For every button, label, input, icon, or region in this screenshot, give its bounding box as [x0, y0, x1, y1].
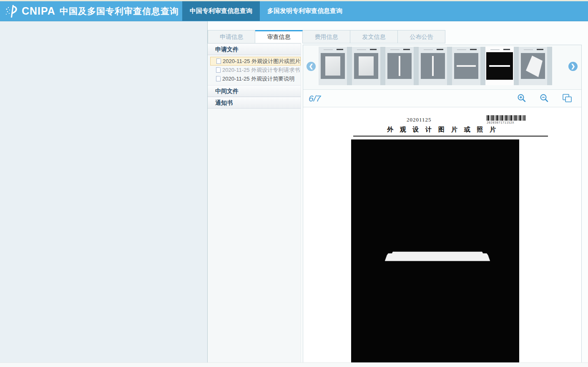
file-item-design-brief[interactable]: 2020-11-25 外观设计简要说明 [210, 74, 301, 83]
thumbnail-page-7[interactable] [519, 47, 552, 85]
thumbnail-strip: ❮ ❯ [303, 45, 581, 90]
page-indicator: 6/7 [303, 94, 321, 104]
document-title: 外 观 设 计 图 片 或 照 片 [303, 126, 581, 134]
thumbnails-next-button[interactable]: ❯ [568, 62, 578, 71]
thumbnail-page-6-current[interactable] [485, 47, 519, 85]
brand-title: 中国及多国专利审查信息查询 [60, 5, 179, 17]
document-page[interactable]: 20201125 2020307171152X 外 观 设 计 图 片 或 照 … [303, 107, 581, 364]
tab-issued-docs-info[interactable]: 发文信息 [350, 30, 398, 43]
tab-examination-info[interactable]: 审查信息 [255, 30, 303, 43]
top-nav-multi-country[interactable]: 多国发明专利审查信息查询 [260, 1, 350, 21]
document-icon [216, 58, 221, 64]
section-application-files[interactable]: 申请文件 [208, 43, 301, 55]
brand-name: CNIPA [22, 5, 55, 17]
file-item-label: 2020-11-25 外观设计图片或照片 [223, 58, 300, 65]
document-icon [216, 67, 221, 73]
thumbnails-prev-button[interactable]: ❮ [307, 62, 316, 71]
content-wrapper: 申请信息 审查信息 费用信息 发文信息 公布公告 申请文件 2020-11-25… [207, 21, 588, 367]
viewer-tools [517, 94, 572, 103]
app-header: CNIPA 中国及多国专利审查信息查询 中国专利审查信息查询 多国发明专利审查信… [0, 1, 588, 21]
viewer-toolbar: 6/7 [303, 90, 581, 107]
document-viewer: ❮ ❯ 6/7 [303, 45, 582, 362]
file-tree-panel: 申请文件 2020-11-25 外观设计图片或照片 2020-11-25 外观设… [208, 43, 301, 362]
section-notifications[interactable]: 通知书 [208, 97, 301, 109]
file-item-design-images[interactable]: 2020-11-25 外观设计图片或照片 [210, 57, 301, 66]
thumbnail-page-3[interactable] [385, 47, 419, 85]
application-files-tree: 2020-11-25 外观设计图片或照片 2020-11-25 外观设计专利请求… [208, 55, 301, 85]
thumbnail-rail [319, 47, 564, 88]
thumbnail-page-4[interactable] [419, 47, 452, 85]
multi-page-view-icon[interactable] [562, 94, 572, 103]
file-item-label: 2020-11-25 外观设计专利请求书 [222, 66, 300, 74]
thumbnail-page-1[interactable] [319, 47, 352, 85]
zoom-in-icon[interactable] [517, 94, 526, 103]
cnipa-logo-icon [5, 4, 19, 19]
file-item-design-request[interactable]: 2020-11-25 外观设计专利请求书 [210, 66, 301, 74]
tab-publication-info[interactable]: 公布公告 [398, 30, 445, 43]
info-tabbar: 申请信息 审查信息 费用信息 发文信息 公布公告 [208, 30, 445, 43]
thumbnail-page-5[interactable] [452, 47, 485, 85]
document-date: 20201125 [407, 116, 432, 123]
barcode-number: 2020307171152X [487, 121, 514, 124]
brand: CNIPA 中国及多国专利审查信息查询 [0, 1, 179, 21]
horizontal-scrollbar-track[interactable] [0, 362, 588, 367]
title-divider [353, 136, 548, 137]
design-object-bar [385, 251, 490, 261]
design-photo-black [351, 139, 519, 364]
zoom-out-icon[interactable] [540, 94, 549, 103]
barcode [487, 115, 525, 121]
section-intermediate-files[interactable]: 中间文件 [208, 85, 301, 97]
document-icon [216, 76, 221, 81]
top-nav: 中国专利审查信息查询 多国发明专利审查信息查询 [182, 1, 350, 21]
tab-fee-info[interactable]: 费用信息 [303, 30, 350, 43]
tab-application-info[interactable]: 申请信息 [208, 30, 255, 43]
top-nav-china-patent[interactable]: 中国专利审查信息查询 [182, 1, 260, 21]
file-item-label: 2020-11-25 外观设计简要说明 [222, 75, 294, 83]
thumbnail-page-2[interactable] [352, 47, 385, 85]
